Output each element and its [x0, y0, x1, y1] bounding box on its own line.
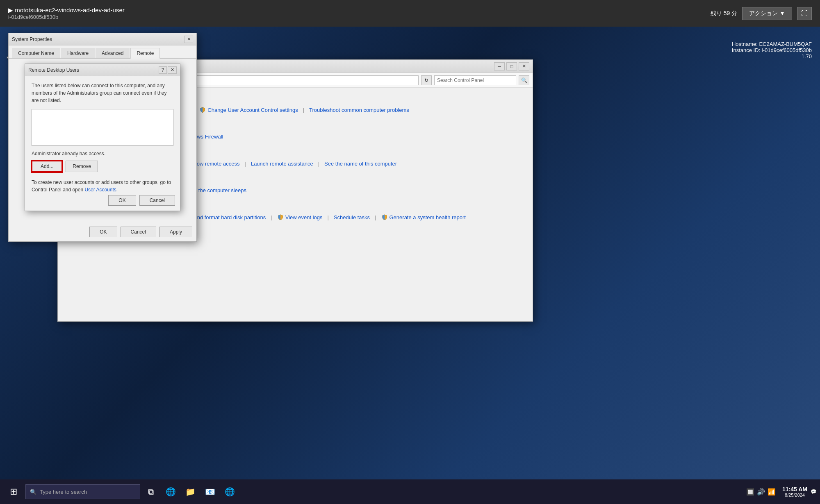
rdp-ok-cancel-buttons: OK Cancel: [108, 195, 175, 206]
taskbar-clock[interactable]: 11:45 AM 8/25/2024: [782, 486, 807, 497]
system-properties-tabs: Computer Name Hardware Advanced Remote: [9, 45, 196, 59]
rdp-note-suffix: .: [116, 187, 118, 193]
rdp-title: Remote Desktop Users: [28, 67, 159, 73]
rdp-close-button[interactable]: ✕: [168, 66, 177, 74]
taskbar-search[interactable]: 🔍 Type here to search: [25, 484, 140, 499]
user-accounts-link[interactable]: User Accounts: [84, 187, 116, 193]
rdp-note: To create new user accounts or add users…: [32, 179, 173, 193]
search-button[interactable]: 🔍: [519, 75, 529, 85]
top-bar-instance: i-01d9cef6005df530b: [8, 14, 125, 20]
tray-icon-2: 🔊: [757, 488, 765, 496]
tab-computer-name[interactable]: Computer Name: [12, 48, 60, 58]
notification-icon[interactable]: 💬: [811, 489, 817, 495]
taskbar: ⊞ 🔍 Type here to search ⧉ 🌐 📁 📧 🌐 🔲 🔊 📶 …: [0, 479, 820, 504]
top-bar: ▶ mototsuka-ec2-windows-ad-dev-ad-user i…: [0, 0, 820, 27]
rdp-action-buttons: Add... Remove: [32, 161, 173, 172]
system-properties-close[interactable]: ✕: [184, 36, 193, 43]
link-uac[interactable]: Change User Account Control settings: [199, 107, 298, 113]
system-properties-cancel[interactable]: Cancel: [121, 227, 156, 237]
rdp-ok-button[interactable]: OK: [108, 195, 136, 206]
rdp-remove-button[interactable]: Remove: [66, 161, 98, 172]
taskbar-date: 8/25/2024: [782, 493, 807, 497]
fullscreen-button[interactable]: ⛶: [797, 7, 812, 20]
link-troubleshoot[interactable]: Troubleshoot common computer problems: [309, 107, 409, 113]
tab-hardware[interactable]: Hardware: [61, 48, 95, 58]
action-button[interactable]: アクション ▼: [742, 7, 792, 20]
system-tray-icons: 🔲 🔊 📶: [746, 488, 776, 496]
rdp-body: The users listed below can connect to th…: [25, 76, 180, 199]
top-bar-arrow: ▶: [8, 7, 13, 14]
top-bar-title: ▶ mototsuka-ec2-windows-ad-dev-ad-user i…: [8, 7, 125, 20]
rdp-dialog: Remote Desktop Users ? ✕ The users liste…: [25, 64, 180, 211]
rdp-user-list[interactable]: [32, 109, 173, 146]
search-input[interactable]: [434, 75, 516, 85]
shield-icon-uac: [199, 107, 206, 113]
rdp-description: The users listed below can connect to th…: [32, 82, 173, 104]
search-icon: 🔍: [30, 489, 36, 495]
system-properties-buttons: OK Cancel Apply: [89, 227, 192, 237]
hostname-info: Hostname: EC2AMAZ-BUM5QAF: [732, 41, 812, 47]
start-button[interactable]: ⊞: [3, 481, 24, 502]
link-schedule-tasks[interactable]: Schedule tasks: [334, 214, 370, 220]
rdp-cancel-button[interactable]: Cancel: [139, 195, 175, 206]
rdp-add-button[interactable]: Add...: [32, 161, 62, 172]
link-event-logs[interactable]: View event logs: [277, 214, 323, 220]
file-explorer-icon[interactable]: 📁: [181, 483, 199, 501]
taskbar-time: 11:45 AM: [782, 486, 807, 493]
time-left-label: 残り 59 分: [711, 10, 737, 17]
taskbar-right: 🔲 🔊 📶 11:45 AM 8/25/2024 💬: [746, 486, 817, 497]
rdp-admin-access: Administrator already has access.: [32, 151, 173, 157]
close-button[interactable]: ✕: [519, 62, 529, 70]
system-properties-titlebar: System Properties ✕: [9, 33, 196, 45]
link-computer-name[interactable]: See the name of this computer: [324, 161, 397, 167]
edge-taskbar-icon[interactable]: 🌐: [162, 483, 180, 501]
shield-icon-events: [277, 214, 284, 220]
tab-advanced[interactable]: Advanced: [96, 48, 130, 58]
minimize-button[interactable]: ─: [494, 62, 505, 70]
refresh-button[interactable]: ↻: [421, 75, 432, 85]
rdp-titlebar: Remote Desktop Users ? ✕: [25, 64, 180, 76]
link-remote-assistance[interactable]: Launch remote assistance: [251, 161, 313, 167]
tab-remote[interactable]: Remote: [130, 48, 160, 59]
link-health-report[interactable]: Generate a system health report: [381, 214, 466, 220]
tray-icon-1: 🔲: [746, 488, 754, 496]
top-bar-right: 残り 59 分 アクション ▼ ⛶: [711, 7, 812, 20]
shield-icon-health: [381, 214, 388, 220]
mail-icon[interactable]: 📧: [201, 483, 219, 501]
system-properties-ok[interactable]: OK: [89, 227, 117, 237]
system-properties-title: System Properties: [12, 36, 184, 42]
task-view-button[interactable]: ⧉: [142, 483, 160, 501]
rdp-help-button[interactable]: ?: [159, 66, 167, 74]
window-controls: ─ □ ✕: [494, 62, 529, 70]
search-placeholder: Type here to search: [40, 489, 87, 495]
instance-info: Instance ID: i-01d9cef6005df530b: [732, 47, 812, 53]
top-bar-hostname: mototsuka-ec2-windows-ad-dev-ad-user: [15, 7, 125, 14]
system-properties-apply[interactable]: Apply: [159, 227, 192, 237]
desktop: ▶ mototsuka-ec2-windows-ad-dev-ad-user i…: [0, 0, 820, 504]
tray-icon-3: 📶: [768, 488, 776, 496]
restore-button[interactable]: □: [506, 62, 517, 70]
version-info: 1.70: [732, 53, 812, 59]
network-icon[interactable]: 🌐: [221, 483, 239, 501]
info-box: Hostname: EC2AMAZ-BUM5QAF Instance ID: i…: [732, 41, 812, 59]
